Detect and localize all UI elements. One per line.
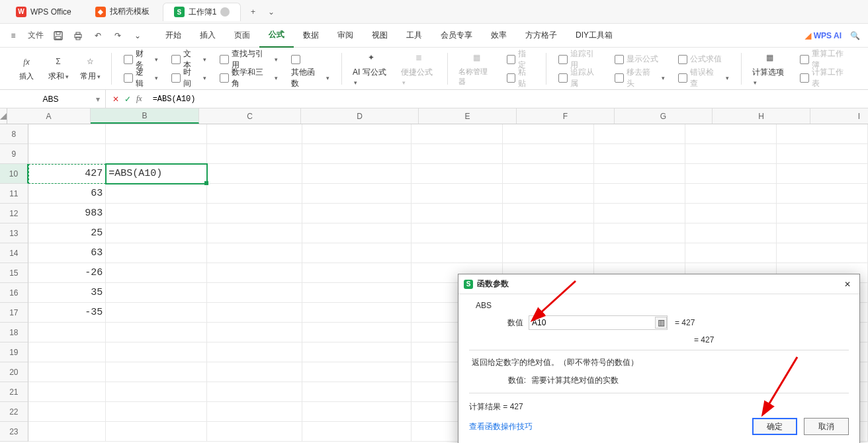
- cell-H11[interactable]: [685, 184, 777, 204]
- ok-button[interactable]: 确定: [752, 418, 797, 435]
- cell-D14[interactable]: [302, 243, 412, 263]
- cell-B21[interactable]: [106, 382, 207, 402]
- name-manager-button[interactable]: ▦ 名称管理器: [456, 50, 497, 87]
- col-header-D[interactable]: D: [301, 108, 419, 124]
- cell-G12[interactable]: [594, 204, 685, 223]
- cell-A23[interactable]: [28, 422, 107, 442]
- cell-G11[interactable]: [594, 184, 685, 204]
- cell-E8[interactable]: [412, 124, 503, 144]
- cell-B17[interactable]: [106, 303, 207, 323]
- logic-button[interactable]: 逻辑▾: [120, 70, 162, 86]
- function-args-dialog[interactable]: S 函数参数 ✕ ABS 数值 ▥ = 427 = 427 返回给定数字的绝对值…: [458, 274, 860, 443]
- cell-B23[interactable]: [106, 422, 207, 442]
- cell-B16[interactable]: [106, 283, 207, 303]
- cell-C15[interactable]: [207, 263, 302, 283]
- cell-I13[interactable]: [777, 223, 868, 243]
- cancel-button[interactable]: 取消: [804, 418, 849, 435]
- insert-fn-button[interactable]: fx 插入: [13, 50, 40, 87]
- tab-member[interactable]: 会员专享: [431, 24, 482, 48]
- cell-C22[interactable]: [207, 402, 302, 422]
- cell-G9[interactable]: [594, 144, 685, 164]
- cell-H8[interactable]: [685, 124, 777, 144]
- cell-G13[interactable]: [594, 223, 685, 243]
- text-button[interactable]: 文本▾: [167, 52, 210, 67]
- quick-formula-button[interactable]: ≣ 便捷公式▾: [398, 50, 439, 87]
- row-header-8[interactable]: 8: [0, 124, 28, 144]
- cell-D17[interactable]: [302, 303, 412, 323]
- cell-C23[interactable]: [207, 422, 302, 442]
- tab-diy[interactable]: DIY工具箱: [566, 24, 622, 48]
- arg-input[interactable]: [529, 315, 668, 330]
- col-header-G[interactable]: G: [615, 108, 713, 124]
- tab-data[interactable]: 数据: [294, 24, 328, 48]
- dialog-titlebar[interactable]: S 函数参数 ✕: [458, 274, 859, 294]
- cell-I9[interactable]: [777, 144, 868, 164]
- name-box[interactable]: ▾: [0, 90, 106, 108]
- cell-C17[interactable]: [207, 303, 302, 323]
- time-button[interactable]: 时间▾: [167, 70, 210, 86]
- cell-C14[interactable]: [207, 243, 302, 263]
- cell-F13[interactable]: [503, 223, 594, 243]
- cell-B22[interactable]: [106, 402, 207, 422]
- tab-page[interactable]: 页面: [225, 24, 259, 48]
- tab-ffgz[interactable]: 方方格子: [516, 24, 566, 48]
- cell-G10[interactable]: [594, 164, 685, 184]
- cell-D11[interactable]: [302, 184, 412, 204]
- confirm-formula-button[interactable]: ✓: [124, 95, 131, 104]
- trace-precedents-button[interactable]: 追踪引用: [554, 52, 605, 67]
- cell-A13[interactable]: 25: [28, 223, 107, 243]
- cell-B10[interactable]: =ABS(A10): [106, 164, 207, 184]
- cell-D19[interactable]: [302, 342, 412, 362]
- cancel-formula-button[interactable]: ✕: [112, 95, 119, 104]
- cell-A16[interactable]: 35: [28, 283, 107, 303]
- cell-B11[interactable]: [106, 184, 207, 204]
- cell-C16[interactable]: [207, 283, 302, 303]
- row-header-9[interactable]: 9: [0, 144, 28, 164]
- tab-workbook[interactable]: S 工作簿1: [163, 3, 241, 21]
- cell-B18[interactable]: [106, 323, 207, 342]
- cell-I8[interactable]: [777, 124, 868, 144]
- cell-C19[interactable]: [207, 342, 302, 362]
- cell-D9[interactable]: [302, 144, 412, 164]
- cell-D16[interactable]: [302, 283, 412, 303]
- cell-D21[interactable]: [302, 382, 412, 402]
- col-header-C[interactable]: C: [199, 108, 301, 124]
- row-header-21[interactable]: 21: [0, 382, 28, 402]
- cell-E13[interactable]: [412, 223, 503, 243]
- cell-C13[interactable]: [207, 223, 302, 243]
- cell-H12[interactable]: [685, 204, 777, 223]
- row-header-16[interactable]: 16: [0, 283, 28, 303]
- cell-E10[interactable]: [412, 164, 503, 184]
- cell-C11[interactable]: [207, 184, 302, 204]
- recalc-wb-button[interactable]: 重算工作簿: [796, 52, 855, 67]
- tab-formula[interactable]: 公式: [259, 24, 294, 48]
- row-header-20[interactable]: 20: [0, 362, 28, 382]
- finance-button[interactable]: 财务▾: [120, 52, 162, 67]
- cell-C20[interactable]: [207, 362, 302, 382]
- tab-start[interactable]: 开始: [156, 24, 191, 48]
- math-button[interactable]: 数学和三角▾: [216, 70, 282, 86]
- formula-input[interactable]: [149, 90, 868, 108]
- cell-H10[interactable]: [685, 164, 777, 184]
- hamburger-button[interactable]: ≡: [5, 28, 21, 44]
- tab-efficiency[interactable]: 效率: [482, 24, 516, 48]
- row-header-10[interactable]: 10: [0, 164, 28, 184]
- cell-B8[interactable]: [106, 124, 207, 144]
- cell-D15[interactable]: [302, 263, 412, 283]
- cell-A21[interactable]: [28, 382, 107, 402]
- redo-icon[interactable]: ↷: [110, 28, 126, 44]
- cell-H9[interactable]: [685, 144, 777, 164]
- cell-D23[interactable]: [302, 422, 412, 442]
- cell-F14[interactable]: [503, 243, 594, 263]
- cell-H14[interactable]: [685, 243, 777, 263]
- row-header-15[interactable]: 15: [0, 263, 28, 283]
- tab-list-chevron-icon[interactable]: ⌄: [262, 3, 281, 21]
- cell-F9[interactable]: [503, 144, 594, 164]
- save-icon[interactable]: [50, 28, 66, 44]
- cell-E9[interactable]: [412, 144, 503, 164]
- tab-review[interactable]: 审阅: [328, 24, 363, 48]
- cell-I10[interactable]: [777, 164, 868, 184]
- col-header-H[interactable]: H: [713, 108, 810, 124]
- other-fn-button[interactable]: 其他函数▾: [287, 70, 333, 86]
- cell-A19[interactable]: [28, 342, 107, 362]
